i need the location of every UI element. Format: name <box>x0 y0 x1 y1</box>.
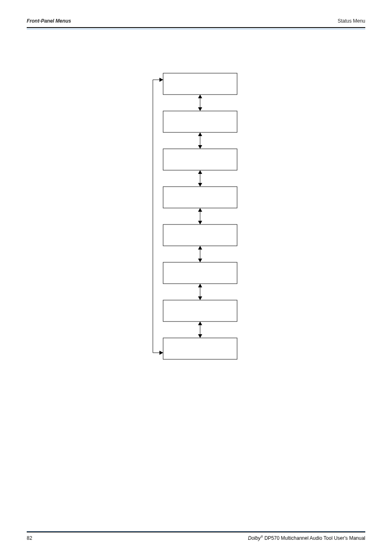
footer-title: Dolby® DP570 Multichannel Audio Tool Use… <box>248 535 365 541</box>
svg-marker-10 <box>198 145 202 149</box>
svg-marker-15 <box>198 208 202 212</box>
svg-marker-21 <box>198 284 202 287</box>
svg-marker-6 <box>198 95 202 98</box>
header-right: Status Menu <box>338 18 365 24</box>
footer-brand: Dolby <box>248 535 261 541</box>
svg-marker-16 <box>198 221 202 224</box>
svg-marker-25 <box>198 334 202 338</box>
menu-box <box>163 149 237 170</box>
menu-box <box>163 300 237 321</box>
menu-box <box>163 73 237 95</box>
footer-title-rest: DP570 Multichannel Audio Tool User's Man… <box>263 535 365 541</box>
page-header: Front-Panel Menus Status Menu <box>27 18 365 28</box>
svg-marker-22 <box>198 296 202 300</box>
svg-marker-19 <box>198 259 202 262</box>
menu-box <box>163 262 237 284</box>
svg-marker-7 <box>198 107 202 111</box>
figure-area <box>27 69 365 368</box>
header-left: Front-Panel Menus <box>27 18 71 24</box>
menu-flow-diagram <box>138 69 254 368</box>
svg-marker-4 <box>159 351 163 355</box>
svg-marker-12 <box>198 170 202 174</box>
menu-box <box>163 187 237 208</box>
menu-box <box>163 338 237 359</box>
svg-marker-9 <box>198 132 202 136</box>
page-number: 82 <box>27 535 32 541</box>
svg-marker-18 <box>198 246 202 250</box>
page-footer: 82 Dolby® DP570 Multichannel Audio Tool … <box>27 532 365 541</box>
svg-marker-24 <box>198 321 202 325</box>
svg-marker-2 <box>159 78 163 82</box>
menu-box <box>163 224 237 246</box>
menu-box <box>163 111 237 132</box>
svg-marker-13 <box>198 183 202 187</box>
